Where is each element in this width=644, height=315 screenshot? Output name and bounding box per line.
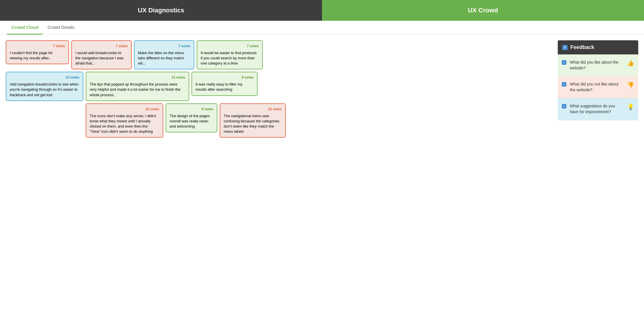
tab-crowd-cloud[interactable]: Crowd Cloud (7, 21, 43, 35)
feedback-like-checkbox[interactable]: ✓ (562, 60, 566, 65)
card-r1c4[interactable]: 7 votes It would be easier to find produ… (197, 40, 263, 69)
card-r1c1[interactable]: 7 votes I couldn't find the page for vie… (6, 40, 69, 64)
card-r2c1-votes: 10 votes (10, 75, 79, 80)
feedback-suggest-text: What suggestions do you have for improve… (570, 103, 624, 115)
cards-row-2: 10 votes Add navigation breadcrumbs to s… (6, 72, 552, 101)
card-r3c2[interactable]: 9 votes The design of the pages overall … (166, 103, 217, 132)
card-r1c1-text: I couldn't find the page for viewing my … (10, 50, 65, 61)
thumbs-down-icon: 👎 (627, 81, 634, 88)
feedback-like-text: What did you like about the website? (570, 60, 624, 71)
cloud-area: 7 votes I couldn't find the page for vie… (6, 40, 552, 309)
card-r2c2-text: The tips that popped up throughout the p… (90, 82, 185, 98)
card-r1c3-text: Make the titles on the menu tabs differe… (138, 50, 190, 66)
card-r3c3-text: The navigational menu was confusing beca… (224, 113, 282, 134)
lightbulb-icon: 💡 (627, 103, 634, 110)
card-r2c1-text: Add navigation breadcrumbs to see when y… (10, 82, 79, 98)
feedback-suggest-checkbox[interactable]: ✓ (562, 104, 566, 109)
feedback-dislike-item[interactable]: ✓ What did you not like about the websit… (558, 76, 638, 98)
cards-row-1: 7 votes I couldn't find the page for vie… (6, 40, 552, 69)
card-r3c1[interactable]: 10 votes The icons don't make any sense,… (86, 103, 163, 138)
card-r1c4-text: It would be easier to find products if y… (201, 50, 259, 66)
card-r3c2-votes: 9 votes (170, 107, 213, 112)
card-r1c3-votes: 7 votes (138, 44, 190, 49)
card-r1c3[interactable]: 7 votes Make the titles on the menu tabs… (134, 40, 194, 69)
card-r2c3-votes: 9 votes (195, 75, 254, 80)
card-r3c3-votes: 10 votes (224, 107, 282, 112)
feedback-dislike-text: What did you not like about the website? (570, 81, 624, 93)
card-r2c2[interactable]: 13 votes The tips that popped up through… (86, 72, 189, 101)
card-r2c1[interactable]: 10 votes Add navigation breadcrumbs to s… (6, 72, 83, 101)
cards-container: 7 votes I couldn't find the page for vie… (6, 40, 552, 138)
card-r3c1-text: The icons don't make any sense, I didn't… (90, 113, 159, 134)
app-title: UX Diagnostics (0, 7, 322, 14)
card-r3c3[interactable]: 10 votes The navigational menu was confu… (220, 103, 286, 138)
card-r2c3[interactable]: 9 votes It was really easy to filter my … (191, 72, 258, 96)
card-r3c2-text: The design of the pages overall was real… (170, 113, 213, 129)
section-title: UX Crowd (322, 0, 644, 21)
tab-crowd-details[interactable]: Crowd Details (43, 21, 79, 35)
card-r3c1-votes: 10 votes (90, 107, 159, 112)
sidebar-title: Feedback (570, 44, 594, 50)
feedback-like-item[interactable]: ✓ What did you like about the website? 👍 (558, 54, 638, 76)
tab-bar: Crowd Cloud Crowd Details (0, 21, 644, 35)
feedback-dislike-checkbox[interactable]: ✓ (562, 82, 566, 87)
card-r1c4-votes: 7 votes (201, 44, 259, 49)
sidebar: ✓ Feedback ✓ What did you like about the… (558, 40, 638, 309)
card-r1c2-text: I would add breadcrumbs to the navigatio… (75, 50, 128, 66)
card-r1c2-votes: 7 votes (75, 44, 128, 49)
header: UX Diagnostics UX Crowd (0, 0, 644, 21)
card-r1c2[interactable]: 7 votes I would add breadcrumbs to the n… (71, 40, 132, 69)
main-content: 7 votes I couldn't find the page for vie… (0, 35, 644, 315)
cards-row-3: 10 votes The icons don't make any sense,… (86, 103, 552, 138)
thumbs-up-icon: 👍 (627, 60, 634, 67)
card-r2c2-votes: 13 votes (90, 75, 185, 80)
feedback-suggest-item[interactable]: ✓ What suggestions do you have for impro… (558, 98, 638, 120)
card-r2c3-text: It was really easy to filter my results … (195, 82, 254, 92)
card-r1c1-votes: 7 votes (10, 44, 65, 49)
sidebar-header-checkbox: ✓ (562, 45, 568, 50)
sidebar-header: ✓ Feedback (558, 40, 638, 54)
